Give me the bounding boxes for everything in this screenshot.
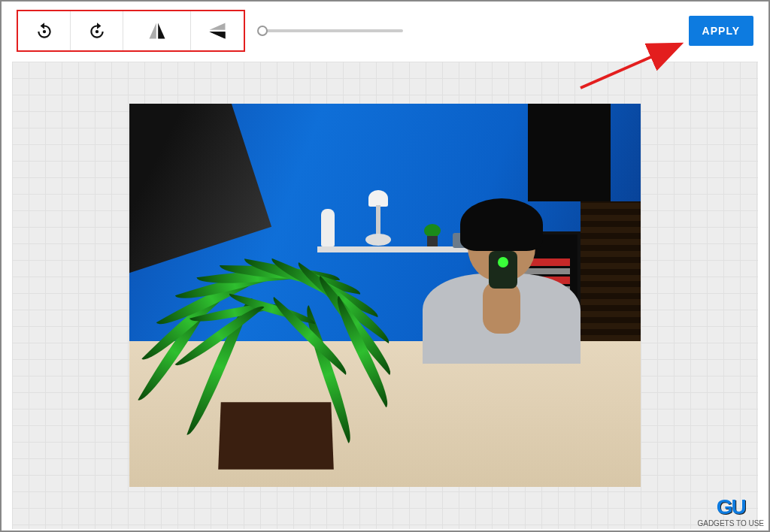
svg-point-1	[95, 30, 98, 33]
rotate-ccw-icon	[35, 21, 54, 41]
image-acoustic-panel	[581, 201, 641, 341]
slider-thumb[interactable]	[257, 26, 268, 36]
rotation-slider[interactable]	[260, 29, 403, 32]
watermark-logo: GU GADGETS TO USE	[697, 495, 764, 527]
svg-point-0	[42, 30, 45, 33]
canvas-workspace[interactable]	[12, 62, 758, 529]
image-person	[415, 198, 588, 341]
flip-horizontal-button[interactable]	[123, 11, 191, 50]
image-camera-rig	[528, 104, 611, 201]
rotation-slider-wrap	[260, 29, 689, 32]
flip-vertical-icon	[207, 20, 228, 41]
apply-button[interactable]: APPLY	[689, 16, 753, 46]
image-foreground-plant	[129, 209, 408, 479]
rotate-cw-icon	[87, 21, 107, 41]
flip-horizontal-icon	[147, 20, 168, 41]
rotate-ccw-button[interactable]	[18, 11, 71, 50]
edited-image[interactable]	[129, 104, 641, 487]
rotate-cw-button[interactable]	[71, 11, 123, 50]
flip-vertical-button[interactable]	[191, 11, 244, 50]
transform-tool-group-highlight	[17, 10, 245, 52]
editor-toolbar: APPLY	[2, 2, 768, 60]
